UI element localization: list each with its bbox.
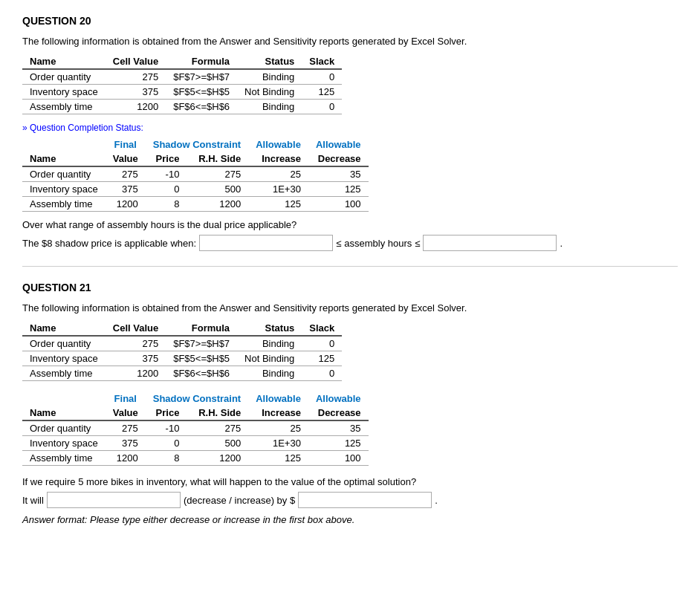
row-status: Binding [237, 336, 302, 351]
q21-answer-note: Answer format: Please type either decrea… [22, 514, 678, 525]
row-name: Order quantity [22, 166, 106, 182]
row-cell-value: 275 [106, 69, 166, 85]
row-name: Assembly time [22, 366, 106, 381]
row-decrease: 35 [308, 420, 369, 436]
row-increase: 125 [248, 197, 308, 212]
row-name: Order quantity [22, 69, 106, 85]
q20-table1: Name Cell Value Formula Status Slack Ord… [22, 54, 342, 114]
row-value: 375 [106, 436, 146, 451]
q21-table1: Name Cell Value Formula Status Slack Ord… [22, 321, 342, 381]
th-allowable-label2: Allowable [308, 137, 369, 152]
q21-decrease-increase-label: (decrease / increase) by $ [184, 495, 295, 506]
row-price: 8 [146, 451, 187, 466]
row-formula: $F$6<=$H$6 [166, 366, 237, 381]
th-price2: Price [146, 406, 187, 420]
q21-period: . [435, 495, 438, 506]
row-status: Binding [237, 100, 302, 114]
row-name: Inventory space [22, 182, 106, 197]
row-name: Order quantity [22, 336, 106, 351]
row-price: 0 [146, 436, 187, 451]
th-allowable-label1: Allowable [248, 137, 308, 152]
th-allowable-label4: Allowable [308, 392, 369, 406]
row-name: Inventory space [22, 436, 106, 451]
row-cell-value: 1200 [106, 100, 166, 114]
row-slack: 125 [302, 351, 342, 366]
question-20-section: QUESTION 20 The following information is… [22, 15, 678, 251]
table-row: Order quantity 275 $F$7>=$H$7 Binding 0 [22, 69, 342, 85]
q20-leq-symbol2: ≤ [415, 238, 420, 249]
row-increase: 25 [248, 420, 308, 436]
row-cell-value: 375 [106, 351, 166, 366]
q21-decrease-increase-input[interactable] [47, 492, 181, 508]
completion-status: » Question Completion Status: [22, 123, 143, 133]
row-cell-value: 1200 [106, 366, 166, 381]
row-decrease: 100 [308, 197, 369, 212]
th-shadow-constraint-label: Shadow Constraint [146, 137, 248, 152]
row-increase: 25 [248, 166, 308, 182]
row-formula: $F$6<=$H$6 [166, 100, 237, 114]
th-name2: Name [22, 152, 106, 166]
row-status: Not Binding [237, 85, 302, 100]
q20-lower-bound-input[interactable] [199, 235, 333, 251]
table-row: Inventory space 375 0 500 1E+30 125 [22, 182, 369, 197]
th-decrease2: Decrease [308, 406, 369, 420]
row-slack: 0 [302, 366, 342, 381]
th-empty [22, 392, 106, 406]
row-slack: 0 [302, 336, 342, 351]
q20-over-range-text: Over what range of assembly hours is the… [22, 219, 678, 230]
th-rh-side: R.H. Side [187, 152, 248, 166]
row-slack: 0 [302, 100, 342, 114]
row-name: Assembly time [22, 197, 106, 212]
table-row: Assembly time 1200 $F$6<=$H$6 Binding 0 [22, 366, 342, 381]
q20-leq-symbol1: ≤ [336, 238, 341, 249]
th-increase2: Increase [248, 406, 308, 420]
q20-table2-wrap: Final Shadow Constraint Allowable Allowa… [22, 137, 678, 212]
question-20-title: QUESTION 20 [22, 15, 678, 27]
th-empty [22, 137, 106, 152]
q20-shadow-price-label: The $8 shadow price is applicable when: [22, 238, 196, 249]
th-increase: Increase [248, 152, 308, 166]
th-price: Price [146, 152, 187, 166]
q20-period: . [560, 238, 563, 249]
q21-dollar-amount-input[interactable] [298, 492, 432, 508]
row-rh: 500 [187, 182, 248, 197]
row-price: -10 [146, 166, 187, 182]
question-21-section: QUESTION 21 The following information is… [22, 282, 678, 525]
th-name: Name [22, 321, 106, 336]
q21-it-will-label: It will [22, 495, 44, 506]
table-row: Inventory space 375 0 500 1E+30 125 [22, 436, 369, 451]
section-divider [22, 266, 678, 267]
row-decrease: 100 [308, 451, 369, 466]
row-decrease: 125 [308, 436, 369, 451]
row-decrease: 35 [308, 166, 369, 182]
q20-table2: Final Shadow Constraint Allowable Allowa… [22, 137, 369, 212]
row-rh: 275 [187, 166, 248, 182]
row-name: Assembly time [22, 100, 106, 114]
row-name: Order quantity [22, 420, 106, 436]
row-value: 1200 [106, 451, 146, 466]
q20-intro: The following information is obtained fr… [22, 36, 678, 47]
q21-intro: The following information is obtained fr… [22, 302, 678, 314]
row-value: 275 [106, 420, 146, 436]
row-price: 8 [146, 197, 187, 212]
q21-table2-wrap: Final Shadow Constraint Allowable Allowa… [22, 392, 678, 466]
row-increase: 1E+30 [248, 182, 308, 197]
th-status: Status [237, 54, 302, 69]
q20-upper-bound-input[interactable] [423, 235, 557, 251]
th-status: Status [237, 321, 302, 336]
row-name: Inventory space [22, 351, 106, 366]
row-increase: 125 [248, 451, 308, 466]
row-status: Not Binding [237, 351, 302, 366]
row-price: -10 [146, 420, 187, 436]
th-cell-value: Cell Value [106, 54, 166, 69]
th-name3: Name [22, 406, 106, 420]
row-status: Binding [237, 366, 302, 381]
th-decrease: Decrease [308, 152, 369, 166]
row-value: 375 [106, 182, 146, 197]
th-slack: Slack [302, 321, 342, 336]
table-row: Assembly time 1200 $F$6<=$H$6 Binding 0 [22, 100, 342, 114]
row-formula: $F$5<=$H$5 [166, 85, 237, 100]
th-slack: Slack [302, 54, 342, 69]
row-name: Inventory space [22, 85, 106, 100]
th-formula: Formula [166, 321, 237, 336]
